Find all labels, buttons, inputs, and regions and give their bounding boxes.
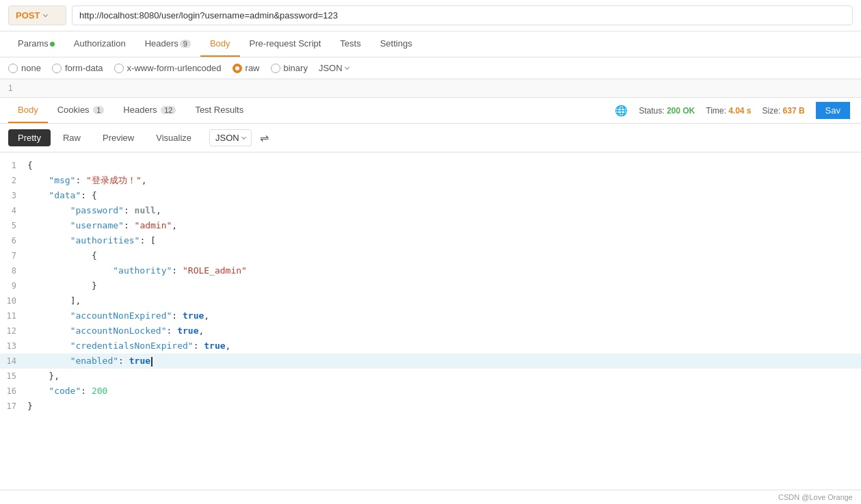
json-line-7: 7 { xyxy=(0,248,861,263)
view-tab-bar: Pretty Raw Preview Visualize JSON ⇌ xyxy=(0,124,861,152)
response-tab-body[interactable]: Body xyxy=(8,98,48,123)
json-line-3: 3 "data": { xyxy=(0,188,861,203)
json-line-16: 16 "code": 200 xyxy=(0,384,861,399)
tab-headers[interactable]: Headers9 xyxy=(135,31,200,57)
response-tab-cookies[interactable]: Cookies 1 xyxy=(48,98,114,123)
json-line-12: 12 "accountNonLocked": true, xyxy=(0,323,861,339)
tab-body[interactable]: Body xyxy=(200,31,240,57)
json-line-1: 1{ xyxy=(0,158,861,173)
params-dot xyxy=(50,42,55,47)
view-format-dropdown[interactable]: JSON xyxy=(209,129,252,146)
json-line-5: 5 "username": "admin", xyxy=(0,218,861,233)
footer: CSDN @Love Orange xyxy=(0,490,861,504)
radio-raw-icon xyxy=(233,64,242,73)
body-type-urlencoded[interactable]: x-www-form-urlencoded xyxy=(114,63,222,73)
json-line-4: 4 "password": null, xyxy=(0,203,861,218)
view-tab-pretty[interactable]: Pretty xyxy=(8,129,51,146)
tab-tests[interactable]: Tests xyxy=(330,31,370,57)
json-chevron-icon xyxy=(345,65,349,70)
view-tab-preview[interactable]: Preview xyxy=(93,129,144,146)
save-response-button[interactable]: Sav xyxy=(816,102,850,119)
json-line-8: 8 "authority": "ROLE_admin" xyxy=(0,263,861,278)
globe-icon: 🌐 xyxy=(615,105,628,117)
status-value: 200 OK xyxy=(667,106,695,116)
view-tab-visualize[interactable]: Visualize xyxy=(146,129,201,146)
json-line-15: 15 }, xyxy=(0,369,861,384)
json-line-14: 14 "enabled": true xyxy=(0,354,861,369)
app-container: POST Params Authorization Headers9 Body … xyxy=(0,0,861,504)
json-line-9: 9 } xyxy=(0,278,861,293)
size-value: 637 B xyxy=(783,106,805,116)
method-selector[interactable]: POST xyxy=(8,5,66,25)
url-bar: POST xyxy=(0,0,861,31)
radio-form-data-icon xyxy=(52,64,62,73)
size-label: Size: 637 B xyxy=(763,106,805,116)
time-value: 4.04 s xyxy=(728,106,751,116)
json-line-2: 2 "msg": "登录成功！", xyxy=(0,173,861,188)
request-editor-line-numbers: 1 xyxy=(0,79,861,98)
wrap-lines-icon[interactable]: ⇌ xyxy=(260,131,269,144)
response-tab-headers[interactable]: Headers 12 xyxy=(114,98,185,123)
text-cursor xyxy=(151,357,153,367)
body-type-none[interactable]: none xyxy=(8,63,41,73)
body-type-form-data[interactable]: form-data xyxy=(52,63,103,73)
status-label: Status: 200 OK xyxy=(639,106,695,116)
method-chevron-icon xyxy=(43,12,48,17)
body-type-binary[interactable]: binary xyxy=(271,63,308,73)
method-label: POST xyxy=(16,10,40,21)
tab-pre-request-script[interactable]: Pre-request Script xyxy=(240,31,331,57)
json-line-10: 10 ], xyxy=(0,293,861,308)
json-line-11: 11 "accountNonExpired": true, xyxy=(0,308,861,323)
json-viewer: 1{2 "msg": "登录成功！",3 "data": {4 "passwor… xyxy=(0,152,861,490)
response-tab-test-results[interactable]: Test Results xyxy=(185,98,253,123)
tab-params[interactable]: Params xyxy=(8,31,64,57)
response-tab-bar: Body Cookies 1 Headers 12 Test Results 🌐… xyxy=(0,98,861,124)
body-type-row: none form-data x-www-form-urlencoded raw… xyxy=(0,57,861,79)
json-format-dropdown[interactable]: JSON xyxy=(319,63,349,73)
time-label: Time: 4.04 s xyxy=(706,106,751,116)
radio-binary-icon xyxy=(271,64,280,73)
json-line-13: 13 "credentialsNonExpired": true, xyxy=(0,339,861,354)
tab-authorization[interactable]: Authorization xyxy=(64,31,135,57)
url-input[interactable] xyxy=(72,5,853,25)
view-format-chevron-icon xyxy=(241,135,246,140)
radio-none-icon xyxy=(8,64,18,73)
radio-urlencoded-icon xyxy=(114,64,124,73)
top-tab-nav: Params Authorization Headers9 Body Pre-r… xyxy=(0,31,861,57)
tab-settings[interactable]: Settings xyxy=(371,31,422,57)
json-line-6: 6 "authorities": [ xyxy=(0,233,861,248)
response-meta: 🌐 Status: 200 OK Time: 4.04 s Size: 637 … xyxy=(615,102,853,119)
view-tab-raw[interactable]: Raw xyxy=(53,129,90,146)
body-type-raw[interactable]: raw xyxy=(233,63,260,73)
json-line-17: 17} xyxy=(0,399,861,414)
